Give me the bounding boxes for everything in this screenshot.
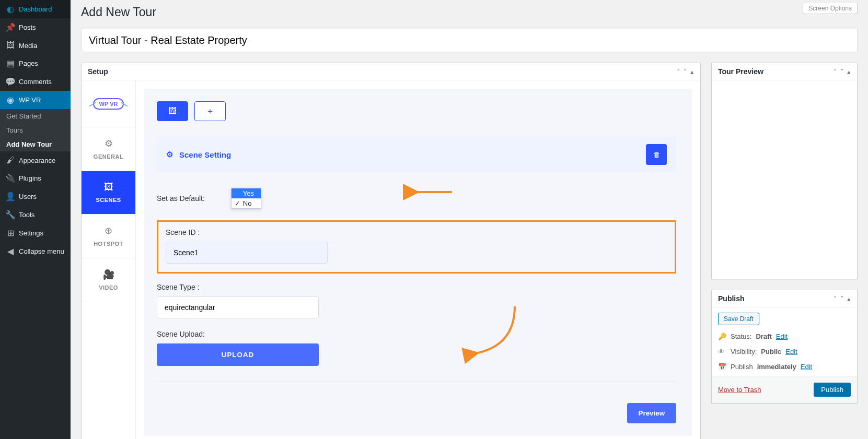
upload-button[interactable]: UPLOAD xyxy=(157,343,319,366)
sidebar-submenu: Get Started Tours Add New Tour xyxy=(0,109,71,151)
image-icon: 🖼 xyxy=(168,106,177,116)
sidebar-label: Pages xyxy=(19,60,38,67)
move-to-trash-link[interactable]: Move to Trash xyxy=(718,386,761,394)
gear-icon: ⚙ xyxy=(166,150,173,159)
appearance-icon: 🖌 xyxy=(5,156,16,165)
sidebar-item-users[interactable]: 👤Users xyxy=(0,187,71,206)
admin-sidebar: ◐Dashboard 📌Posts 🖼Media ▤Pages 💬Comment… xyxy=(0,0,71,439)
plugins-icon: 🔌 xyxy=(5,173,16,183)
sidebar-item-dashboard[interactable]: ◐Dashboard xyxy=(0,0,71,18)
settings-icon: ⊞ xyxy=(5,228,16,238)
sidebar-item-appearance[interactable]: 🖌Appearance xyxy=(0,151,71,169)
comments-icon: 💬 xyxy=(5,77,16,87)
chevron-up-icon[interactable]: ˄ xyxy=(834,68,837,76)
main-content: Add New Tour Screen Options Setup ˄ ˅ ▴ xyxy=(71,0,868,439)
setup-heading: Setup xyxy=(88,67,108,76)
pages-icon: ▤ xyxy=(5,58,16,68)
chevron-up-icon[interactable]: ˄ xyxy=(677,68,680,76)
sidebar-item-tools[interactable]: 🔧Tools xyxy=(0,206,71,224)
scene-type-input[interactable] xyxy=(157,296,319,318)
plus-icon: ＋ xyxy=(206,106,214,117)
set-default-select[interactable]: Yes ✓No xyxy=(231,188,261,209)
preview-button[interactable]: Preview xyxy=(627,403,676,423)
edit-schedule-link[interactable]: Edit xyxy=(801,363,812,371)
check-icon: ✓ xyxy=(235,199,240,207)
setup-box: Setup ˄ ˅ ▴ WP VR ⚙GENERAL 🖼SCENE xyxy=(81,63,701,439)
caret-up-icon[interactable]: ▴ xyxy=(690,68,694,76)
tools-icon: 🔧 xyxy=(5,210,16,220)
sidebar-item-comments[interactable]: 💬Comments xyxy=(0,73,71,91)
chevron-down-icon[interactable]: ˅ xyxy=(840,68,844,76)
sidebar-label: Posts xyxy=(19,23,36,31)
sidebar-label: WP VR xyxy=(19,96,41,104)
calendar-icon: 📅 xyxy=(718,363,726,371)
subitem-add-new-tour[interactable]: Add New Tour xyxy=(0,137,71,151)
set-default-label: Set as Default: xyxy=(157,194,205,203)
publish-heading: Publish xyxy=(718,294,745,303)
edit-visibility-link[interactable]: Edit xyxy=(785,348,797,355)
sidebar-item-posts[interactable]: 📌Posts xyxy=(0,18,71,37)
publish-box: Publish ˄ ˅ ▴ Save Draft 🔑 Status: Draft xyxy=(711,290,858,404)
scene-setting-title: Scene Setting xyxy=(179,150,231,159)
pushpin-icon: 📌 xyxy=(5,22,16,32)
wpvr-icon: ◉ xyxy=(5,95,16,105)
annotation-arrow-2 xyxy=(470,304,523,363)
chevron-down-icon[interactable]: ˅ xyxy=(840,295,844,303)
screen-options-button[interactable]: Screen Options xyxy=(803,3,858,14)
sidebar-item-collapse[interactable]: ◀Collapse menu xyxy=(0,242,71,260)
schedule-value: immediately xyxy=(757,363,796,371)
vtab-scenes[interactable]: 🖼SCENES xyxy=(82,171,135,215)
chevron-up-icon[interactable]: ˄ xyxy=(834,295,837,303)
schedule-label: Publish xyxy=(731,363,753,371)
vtab-general[interactable]: ⚙GENERAL xyxy=(82,127,135,171)
image-icon: 🖼 xyxy=(84,182,133,193)
sidebar-label: Settings xyxy=(19,229,43,237)
scenes-panel: 🖼 ＋ ⚙ Scene Setting 🗑 xyxy=(144,89,692,436)
caret-up-icon[interactable]: ▴ xyxy=(847,295,851,303)
annotation-arrow-1 xyxy=(413,187,455,199)
sidebar-label: Appearance xyxy=(19,157,55,164)
sidebar-item-media[interactable]: 🖼Media xyxy=(0,37,71,54)
option-no[interactable]: ✓No xyxy=(232,198,261,208)
add-scene-chip[interactable]: ＋ xyxy=(194,101,226,121)
scene-chip-1[interactable]: 🖼 xyxy=(157,101,188,121)
tour-preview-box: Tour Preview ˄ ˅ ▴ xyxy=(711,63,858,279)
status-value: Draft xyxy=(756,333,771,340)
sidebar-label: Tools xyxy=(19,211,34,219)
edit-status-link[interactable]: Edit xyxy=(776,333,788,340)
sidebar-label: Comments xyxy=(19,78,52,86)
tour-preview-heading: Tour Preview xyxy=(718,67,763,76)
video-icon: 🎥 xyxy=(84,269,133,280)
sidebar-label: Plugins xyxy=(19,174,41,182)
sidebar-label: Collapse menu xyxy=(19,247,64,255)
vtab-video[interactable]: 🎥VIDEO xyxy=(82,258,135,302)
scene-id-label: Scene ID : xyxy=(166,228,667,236)
subitem-get-started[interactable]: Get Started xyxy=(0,109,71,123)
chevron-down-icon[interactable]: ˅ xyxy=(684,68,687,76)
gear-icon: ⚙ xyxy=(84,138,133,149)
save-draft-button[interactable]: Save Draft xyxy=(718,313,759,325)
sidebar-item-plugins[interactable]: 🔌Plugins xyxy=(0,169,71,187)
tour-title-input[interactable] xyxy=(81,29,858,52)
sidebar-item-settings[interactable]: ⊞Settings xyxy=(0,224,71,242)
sidebar-label: Dashboard xyxy=(19,5,52,13)
users-icon: 👤 xyxy=(5,192,16,201)
subitem-tours[interactable]: Tours xyxy=(0,123,71,137)
sidebar-label: Users xyxy=(19,193,37,200)
vtab-hotspot[interactable]: ⊕HOTSPOT xyxy=(82,215,135,258)
delete-scene-button[interactable]: 🗑 xyxy=(646,144,667,165)
scene-id-highlight: Scene ID : xyxy=(157,220,676,274)
scene-id-input[interactable] xyxy=(166,242,328,264)
sidebar-item-pages[interactable]: ▤Pages xyxy=(0,54,71,73)
dashboard-icon: ◐ xyxy=(5,4,16,14)
collapse-icon: ◀ xyxy=(5,246,16,256)
sidebar-item-wpvr[interactable]: ◉WP VR xyxy=(0,91,71,109)
option-yes[interactable]: Yes xyxy=(232,188,261,198)
status-label: Status: xyxy=(731,333,751,340)
eye-icon: 👁 xyxy=(718,348,726,355)
target-icon: ⊕ xyxy=(84,225,133,236)
publish-button[interactable]: Publish xyxy=(814,383,851,397)
trash-icon: 🗑 xyxy=(653,151,660,159)
wpvr-logo: WP VR xyxy=(82,80,135,127)
caret-up-icon[interactable]: ▴ xyxy=(847,68,851,76)
